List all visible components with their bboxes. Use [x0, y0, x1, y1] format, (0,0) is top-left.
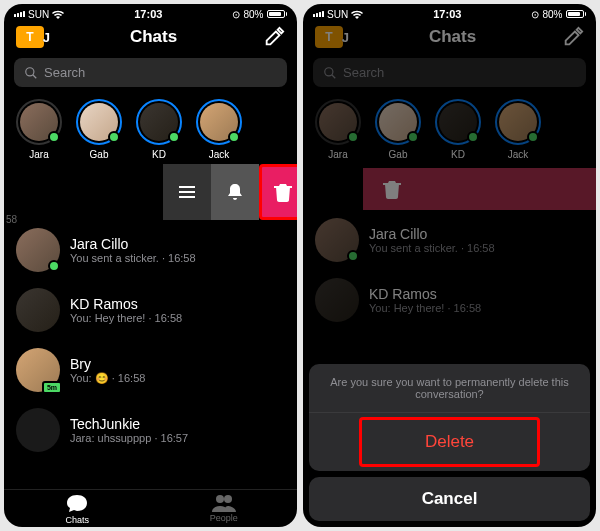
svg-line-1: [33, 74, 37, 78]
online-dot: [48, 131, 60, 143]
tab-chats[interactable]: Chats: [4, 494, 151, 525]
header: T Chats: [4, 20, 297, 54]
page-title: Chats: [130, 27, 177, 47]
status-bar: SUN 17:03 ⊙ 80%: [303, 4, 596, 20]
action-sheet: Are you sure you want to permanently del…: [303, 358, 596, 527]
chat-preview: Jara: uhssupppp · 16:57: [70, 432, 285, 444]
compose-icon: [562, 26, 584, 48]
app-logo: T: [315, 26, 343, 48]
mute-button[interactable]: [211, 164, 259, 220]
search-placeholder: Search: [44, 65, 85, 80]
stories-row[interactable]: Jara Gab KD Jack: [4, 91, 297, 168]
search-input[interactable]: Search: [14, 58, 287, 87]
cancel-button[interactable]: Cancel: [309, 477, 590, 521]
story-item[interactable]: Gab: [76, 99, 122, 160]
alarm-icon: ⊙: [531, 9, 539, 20]
header: T Chats: [303, 20, 596, 54]
battery-percent: 80%: [243, 9, 263, 20]
online-dot: [48, 260, 60, 272]
chat-row[interactable]: 5m BryYou: 😊 · 16:58: [4, 340, 297, 400]
wifi-icon: [351, 10, 363, 19]
chat-preview: You: 😊 · 16:58: [70, 372, 285, 385]
chat-name: KD Ramos: [70, 296, 285, 312]
recent-badge: 5m: [42, 381, 62, 394]
alarm-icon: ⊙: [232, 9, 240, 20]
chat-row[interactable]: KD RamosYou: Hey there! · 16:58: [4, 280, 297, 340]
chat-row[interactable]: Jara CilloYou sent a sticker. · 16:58: [4, 220, 297, 280]
chat-preview: You: Hey there! · 16:58: [70, 312, 285, 324]
svg-point-5: [216, 495, 224, 503]
partial-timestamp: 58: [6, 214, 17, 225]
svg-point-6: [224, 495, 232, 503]
sheet-message: Are you sure you want to permanently del…: [309, 364, 590, 413]
story-item[interactable]: Jack: [196, 99, 242, 160]
stories-row: Jara Gab KD Jack: [303, 91, 596, 168]
search-input: Search: [313, 58, 586, 87]
clock: 17:03: [134, 8, 162, 20]
trash-icon: [274, 182, 292, 202]
chat-name: TechJunkie: [70, 416, 285, 432]
chat-name: Bry: [70, 356, 285, 372]
chat-icon: [66, 494, 88, 514]
search-icon: [323, 66, 337, 80]
swipe-actions: [163, 164, 297, 220]
tab-bar: Chats People: [4, 489, 297, 527]
signal-icon: [313, 11, 324, 17]
story-item[interactable]: Jara: [16, 99, 62, 160]
trash-icon: [383, 179, 401, 199]
svg-point-0: [26, 67, 34, 75]
delete-strip: [363, 168, 596, 210]
tab-people[interactable]: People: [151, 494, 298, 525]
chat-name: Jara Cillo: [70, 236, 285, 252]
status-bar: SUN 17:03 ⊙ 80%: [4, 4, 297, 20]
chat-preview: You sent a sticker. · 16:58: [70, 252, 285, 264]
compose-icon[interactable]: [263, 26, 285, 48]
svg-line-8: [332, 74, 336, 78]
phone-screen-right: SUN 17:03 ⊙ 80% T Chats Search Jara Gab …: [303, 4, 596, 527]
online-dot: [108, 131, 120, 143]
battery-icon: [267, 10, 288, 18]
carrier-label: SUN: [28, 9, 49, 20]
search-icon: [24, 66, 38, 80]
signal-icon: [14, 11, 25, 17]
online-dot: [168, 131, 180, 143]
confirm-delete-button[interactable]: Delete: [359, 417, 540, 467]
delete-button[interactable]: [259, 164, 297, 220]
online-dot: [228, 131, 240, 143]
chat-list[interactable]: Jara CilloYou sent a sticker. · 16:58 KD…: [4, 220, 297, 489]
story-item[interactable]: KD: [136, 99, 182, 160]
more-button[interactable]: [163, 164, 211, 220]
wifi-icon: [52, 10, 64, 19]
people-icon: [212, 494, 236, 512]
app-logo[interactable]: T: [16, 26, 44, 48]
svg-point-7: [325, 67, 333, 75]
chat-row[interactable]: TechJunkieJara: uhssupppp · 16:57: [4, 400, 297, 460]
phone-screen-left: SUN 17:03 ⊙ 80% T Chats Search Jara Gab …: [4, 4, 297, 527]
battery-icon: [566, 10, 587, 18]
